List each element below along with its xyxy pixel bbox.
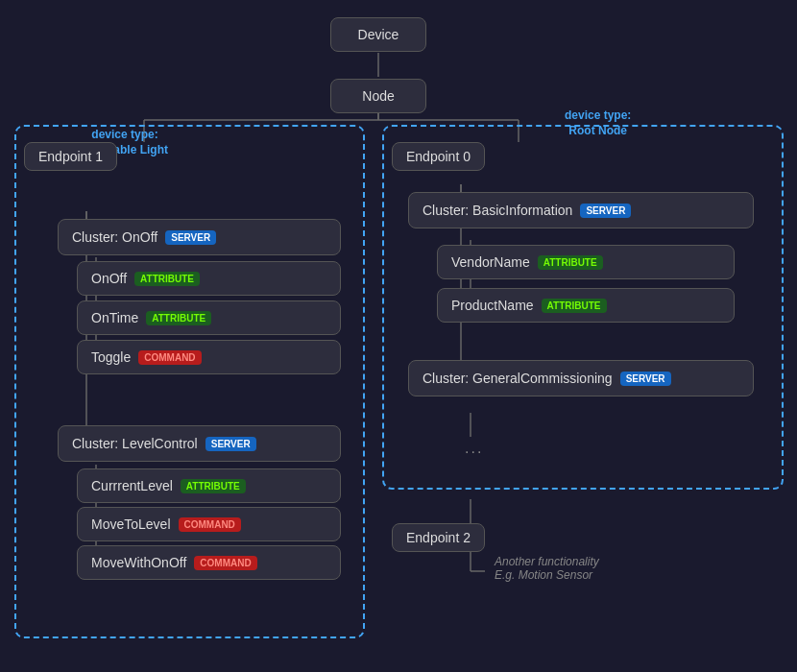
ontime-attr-badge: ATTRIBUTE <box>146 311 211 325</box>
cluster-onoff-node: Cluster: OnOff SERVER <box>58 219 341 255</box>
cluster-basicinfo-badge: SERVER <box>580 204 631 218</box>
cluster-levelcontrol-badge: SERVER <box>205 437 256 451</box>
diagram-container: Device Node device type: Dimmable Light … <box>0 0 797 672</box>
productname-attr-badge: ATTRIBUTE <box>542 299 607 313</box>
movetolevel-cmd-node: MoveToLevel COMMAND <box>77 507 341 541</box>
currentlevel-attr-node: CurrrentLevel ATTRIBUTE <box>77 468 341 503</box>
endpoint0-node: Endpoint 0 <box>392 142 485 171</box>
node-node: Node <box>330 79 426 113</box>
cluster-levelcontrol-node: Cluster: LevelControl SERVER <box>58 425 341 462</box>
dots-indicator: ... <box>465 440 483 457</box>
vendorname-attr-node: VendorName ATTRIBUTE <box>437 245 735 279</box>
cluster-onoff-badge: SERVER <box>165 230 216 245</box>
endpoint2-note: Another functionality E.g. Motion Sensor <box>495 555 599 582</box>
movewithonoff-cmd-badge: COMMAND <box>194 556 256 570</box>
vendorname-attr-badge: ATTRIBUTE <box>538 255 603 270</box>
cluster-basicinfo-node: Cluster: BasicInformation SERVER <box>408 192 754 228</box>
endpoint2-node: Endpoint 2 <box>392 523 485 552</box>
movetolevel-cmd-badge: COMMAND <box>179 517 241 532</box>
onoff-attr-node: OnOff ATTRIBUTE <box>77 261 341 296</box>
currentlevel-attr-badge: ATTRIBUTE <box>181 479 246 493</box>
ontime-attr-node: OnTime ATTRIBUTE <box>77 300 341 335</box>
device-node: Device <box>330 17 426 52</box>
cluster-generalcommissioning-badge: SERVER <box>620 372 671 386</box>
productname-attr-node: ProductName ATTRIBUTE <box>437 288 735 323</box>
movewithonoff-cmd-node: MoveWithOnOff COMMAND <box>77 545 341 580</box>
cluster-generalcommissioning-node: Cluster: GeneralCommissioning SERVER <box>408 360 754 396</box>
onoff-attr-badge: ATTRIBUTE <box>134 272 200 286</box>
toggle-cmd-node: Toggle COMMAND <box>77 340 341 374</box>
endpoint1-node: Endpoint 1 <box>24 142 117 171</box>
root-node-label: device type: Root Node <box>565 108 631 138</box>
toggle-cmd-badge: COMMAND <box>138 350 201 365</box>
